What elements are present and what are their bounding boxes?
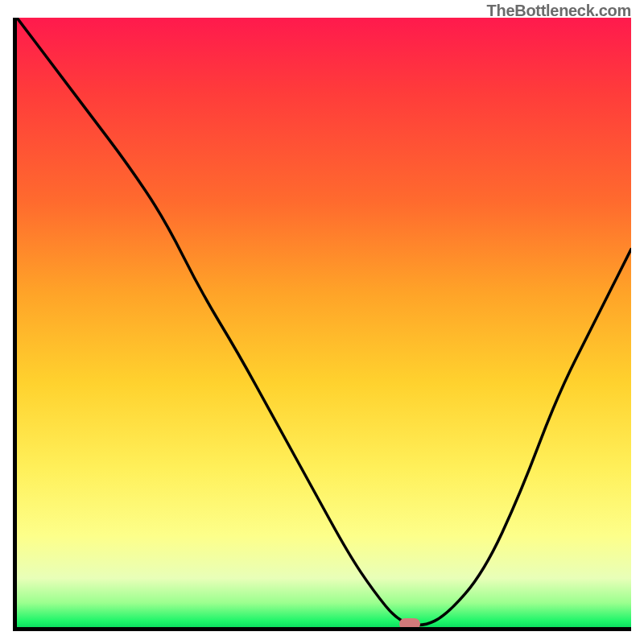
optimal-point-marker <box>399 618 420 630</box>
chart-plot-area <box>13 18 631 631</box>
bottleneck-curve-line <box>17 18 631 627</box>
